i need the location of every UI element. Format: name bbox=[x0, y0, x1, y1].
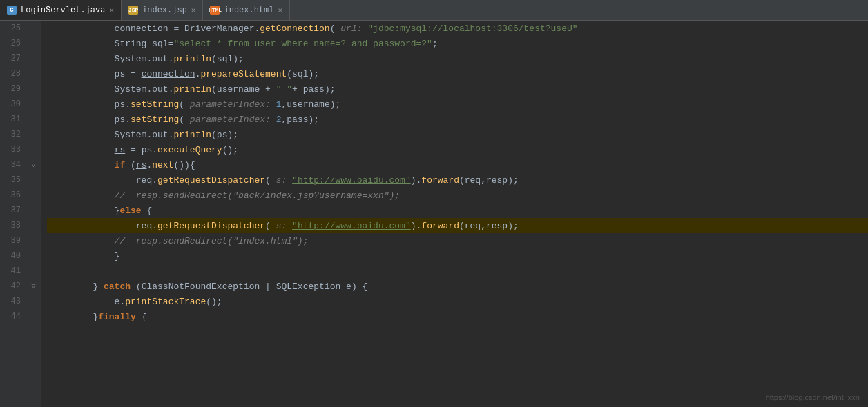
tab-label-indexhtml: index.html bbox=[224, 6, 273, 15]
line-marker-42: ▽ bbox=[26, 282, 41, 290]
gutter-row-39: 39 bbox=[0, 233, 41, 248]
gutter-row-43: 43 bbox=[0, 294, 41, 309]
line-number-27: 27 bbox=[0, 54, 26, 63]
code-line-37: }else { bbox=[47, 203, 868, 218]
gutter-row-28: 28 bbox=[0, 66, 41, 81]
gutter-row-26: 26 bbox=[0, 36, 41, 51]
close-tab-indexhtml[interactable]: ✕ bbox=[278, 6, 283, 14]
line-marker-34: ▽ bbox=[26, 161, 41, 169]
line-number-32: 32 bbox=[0, 130, 26, 139]
gutter-row-32: 32 bbox=[0, 127, 41, 142]
code-line-43: e.printStackTrace(); bbox=[47, 294, 868, 309]
gutter-row-37: 37 bbox=[0, 203, 41, 218]
tab-label-indexjsp: index.jsp bbox=[142, 6, 187, 15]
gutter-row-25: 25 bbox=[0, 21, 41, 36]
close-tab-loginservlet[interactable]: ✕ bbox=[109, 6, 114, 14]
code-line-39: // resp.sendRedirect("index.html"); bbox=[47, 233, 868, 248]
code-line-41 bbox=[47, 264, 868, 279]
line-number-37: 37 bbox=[0, 206, 26, 215]
close-tab-indexjsp[interactable]: ✕ bbox=[191, 6, 196, 14]
line-number-38: 38 bbox=[0, 221, 26, 230]
tab-indexjsp[interactable]: JSP index.jsp ✕ bbox=[122, 0, 203, 20]
gutter-row-29: 29 bbox=[0, 81, 41, 97]
line-number-29: 29 bbox=[0, 84, 26, 94]
code-line-29: System.out.println(username + " "+ pass)… bbox=[47, 81, 868, 97]
gutter-row-44: 44 bbox=[0, 309, 41, 324]
jsp-icon: JSP bbox=[128, 6, 138, 15]
code-line-36: // resp.sendRedirect("back/index.jsp?use… bbox=[47, 188, 868, 203]
gutter-row-41: 41 bbox=[0, 264, 41, 279]
code-line-34: if (rs.next()){ bbox=[47, 157, 868, 172]
code-line-38: req.getRequestDispatcher( s: "http://www… bbox=[47, 218, 868, 233]
java-icon: C bbox=[7, 6, 17, 15]
line-number-30: 30 bbox=[0, 99, 26, 109]
line-number-35: 35 bbox=[0, 175, 26, 185]
code-line-25: connection = DriverManager.getConnection… bbox=[47, 21, 868, 36]
code-line-30: ps.setString( parameterIndex: 1,username… bbox=[47, 97, 868, 112]
fold-arrow-34[interactable]: ▽ bbox=[31, 161, 35, 169]
code-line-28: ps = connection.prepareStatement(sql); bbox=[47, 66, 868, 81]
line-number-44: 44 bbox=[0, 312, 26, 321]
line-number-43: 43 bbox=[0, 297, 26, 306]
line-number-40: 40 bbox=[0, 251, 26, 261]
code-line-31: ps.setString( parameterIndex: 2,pass); bbox=[47, 112, 868, 127]
gutter-row-40: 40 bbox=[0, 248, 41, 264]
gutter-row-38: 38 bbox=[0, 218, 41, 233]
gutter-row-36: 36 bbox=[0, 188, 41, 203]
editor-area: 25262728293031323334▽3536373839404142▽43… bbox=[0, 21, 868, 407]
gutter-row-31: 31 bbox=[0, 112, 41, 127]
code-content[interactable]: connection = DriverManager.getConnection… bbox=[41, 21, 868, 407]
tab-indexhtml[interactable]: HTML index.html ✕ bbox=[203, 0, 290, 20]
tab-loginservlet[interactable]: C LoginServlet.java ✕ bbox=[0, 0, 122, 20]
fold-arrow-42[interactable]: ▽ bbox=[31, 282, 35, 290]
code-line-27: System.out.println(sql); bbox=[47, 51, 868, 66]
line-number-39: 39 bbox=[0, 236, 26, 246]
gutter-row-33: 33 bbox=[0, 142, 41, 157]
html-icon: HTML bbox=[210, 6, 220, 15]
line-number-28: 28 bbox=[0, 69, 26, 79]
code-lines: connection = DriverManager.getConnection… bbox=[47, 21, 868, 324]
code-line-33: rs = ps.executeQuery(); bbox=[47, 142, 868, 157]
line-number-42: 42 bbox=[0, 281, 26, 291]
code-line-42: } catch (ClassNotFoundException | SQLExc… bbox=[47, 279, 868, 294]
line-number-41: 41 bbox=[0, 266, 26, 276]
code-line-44: }finally { bbox=[47, 309, 868, 324]
code-line-32: System.out.println(ps); bbox=[47, 127, 868, 142]
code-line-40: } bbox=[47, 248, 868, 264]
gutter-row-30: 30 bbox=[0, 97, 41, 112]
line-number-25: 25 bbox=[0, 23, 26, 33]
tab-label-loginservlet: LoginServlet.java bbox=[21, 6, 105, 15]
code-line-35: req.getRequestDispatcher( s: "http://www… bbox=[47, 172, 868, 188]
line-gutter: 25262728293031323334▽3536373839404142▽43… bbox=[0, 21, 41, 407]
code-line-26: String sql="select * from user where nam… bbox=[47, 36, 868, 51]
gutter-row-27: 27 bbox=[0, 51, 41, 66]
line-number-33: 33 bbox=[0, 145, 26, 155]
gutter-row-42: 42▽ bbox=[0, 279, 41, 294]
gutter-row-34: 34▽ bbox=[0, 157, 41, 172]
line-number-31: 31 bbox=[0, 115, 26, 124]
line-number-26: 26 bbox=[0, 39, 26, 48]
gutter-row-35: 35 bbox=[0, 172, 41, 188]
line-number-36: 36 bbox=[0, 190, 26, 200]
tab-bar: C LoginServlet.java ✕ JSP index.jsp ✕ HT… bbox=[0, 0, 868, 21]
line-number-34: 34 bbox=[0, 160, 26, 170]
